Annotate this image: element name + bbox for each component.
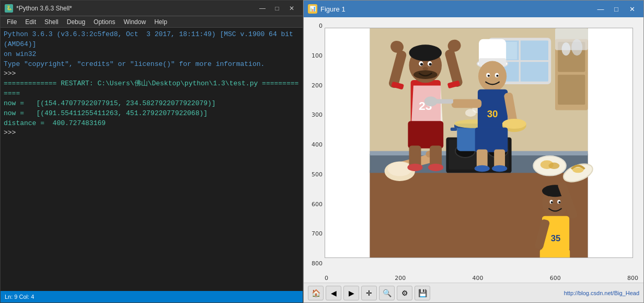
- svg-text:35: 35: [551, 233, 561, 243]
- svg-point-74: [475, 165, 490, 172]
- svg-rect-88: [540, 249, 570, 257]
- toolbar-url: http://blog.csdn.net/Big_Head: [564, 290, 639, 296]
- console-line-3: Type "copyright", "credits" or "license(…: [4, 60, 300, 70]
- y-label-300: 300: [312, 111, 323, 118]
- shell-status-bar: Ln: 9 Col: 4: [1, 291, 303, 302]
- zoom-button[interactable]: 🔍: [379, 286, 395, 300]
- y-label-800: 800: [312, 260, 323, 267]
- svg-rect-50: [408, 121, 443, 148]
- svg-point-32: [548, 163, 559, 170]
- shell-title: *Python 3.6.3 Shell*: [16, 5, 72, 12]
- python-shell-window: 🐍 *Python 3.6.3 Shell* — □ ✕ File Edit S…: [0, 0, 303, 303]
- svg-rect-19: [451, 128, 457, 131]
- figure-title: Figure 1: [320, 5, 346, 13]
- console-now-2: now = [(491.55411255411263, 451.27922077…: [4, 109, 300, 119]
- svg-point-67: [424, 96, 438, 106]
- status-text: Ln: 9 Col: 4: [5, 294, 34, 300]
- forward-button[interactable]: ▶: [343, 286, 359, 300]
- svg-rect-12: [558, 75, 585, 105]
- settings-button[interactable]: ⚙: [397, 286, 412, 300]
- y-label-500: 500: [312, 171, 323, 178]
- console-prompt-2: >>>: [4, 128, 300, 138]
- toolbar-buttons: 🏠 ◀ ▶ ✛ 🔍 ⚙ 💾: [308, 286, 430, 300]
- svg-point-42: [423, 67, 428, 70]
- pan-button[interactable]: ✛: [361, 286, 377, 300]
- x-label-200: 200: [395, 275, 406, 282]
- y-label-200: 200: [312, 82, 323, 89]
- menu-edit[interactable]: Edit: [21, 17, 40, 27]
- title-bar-left: 🐍 *Python 3.6.3 Shell*: [5, 4, 72, 13]
- x-axis: 0 200 400 600 800: [325, 274, 638, 283]
- console-prompt-1: >>>: [4, 69, 300, 79]
- figure-window: 📊 Figure 1 — □ ✕ 0 100 200 300 400 500 6…: [303, 0, 644, 303]
- svg-point-61: [488, 75, 490, 77]
- svg-point-81: [558, 201, 560, 204]
- svg-point-80: [551, 201, 553, 204]
- svg-point-40: [420, 63, 423, 65]
- x-label-0: 0: [325, 275, 328, 282]
- figure-icon: 📊: [308, 4, 317, 14]
- python-icon: 🐍: [5, 4, 13, 13]
- svg-point-62: [496, 75, 498, 77]
- figure-toolbar: 🏠 ◀ ▶ ✛ 🔍 ⚙ 💾 http://blog.csdn.net/Big_H…: [304, 283, 643, 302]
- menu-debug[interactable]: Debug: [63, 17, 89, 27]
- maximize-button[interactable]: □: [270, 3, 284, 14]
- svg-point-70: [502, 119, 526, 129]
- shell-menu-bar: File Edit Shell Debug Options Window Hel…: [1, 16, 303, 28]
- x-label-800: 800: [627, 275, 638, 282]
- figure-content: 0 100 200 300 400 500 600 700 800: [304, 17, 643, 283]
- svg-point-75: [492, 165, 507, 172]
- figure-title-bar: 📊 Figure 1 — □ ✕: [304, 1, 643, 17]
- console-now-1: now = [(154.47077922077915, 234.58279220…: [4, 99, 300, 109]
- back-button[interactable]: ◀: [326, 286, 341, 300]
- home-button[interactable]: 🏠: [308, 286, 324, 300]
- y-axis: 0 100 200 300 400 500 600 700 800: [304, 17, 325, 283]
- svg-point-95: [571, 39, 582, 55]
- svg-point-43: [413, 70, 438, 79]
- fig-controls: — □ ✕: [593, 3, 639, 15]
- svg-point-58: [478, 61, 507, 92]
- menu-file[interactable]: File: [3, 17, 21, 27]
- svg-point-54: [428, 164, 443, 172]
- svg-rect-93: [555, 28, 588, 50]
- svg-point-86: [572, 167, 583, 173]
- title-bar-controls: — □ ✕: [256, 3, 298, 14]
- y-label-700: 700: [312, 230, 323, 237]
- save-button[interactable]: 💾: [415, 286, 430, 300]
- y-label-600: 600: [312, 201, 323, 208]
- y-label-0: 0: [319, 23, 323, 29]
- svg-text:30: 30: [487, 108, 498, 119]
- svg-point-94: [562, 42, 571, 55]
- fig-title-left: 📊 Figure 1: [308, 4, 346, 14]
- menu-options[interactable]: Options: [89, 17, 119, 27]
- minimize-button[interactable]: —: [256, 3, 269, 14]
- console-restart: ============= RESTART: C:\Users\佛山\Deskt…: [4, 79, 300, 99]
- x-label-400: 400: [473, 275, 484, 282]
- menu-shell[interactable]: Shell: [40, 17, 63, 27]
- menu-window[interactable]: Window: [119, 17, 150, 27]
- svg-point-41: [429, 63, 432, 65]
- menu-help[interactable]: Help: [150, 17, 171, 27]
- console-line-2: on win32: [4, 50, 300, 60]
- svg-point-37: [409, 44, 442, 61]
- plot-area[interactable]: 23: [325, 28, 633, 258]
- shell-title-bar: 🐍 *Python 3.6.3 Shell* — □ ✕: [1, 1, 303, 16]
- fig-maximize-button[interactable]: □: [609, 3, 624, 15]
- fig-close-button[interactable]: ✕: [625, 3, 639, 15]
- cartoon-image: 23: [325, 28, 632, 257]
- svg-point-53: [407, 164, 422, 172]
- x-label-600: 600: [550, 275, 561, 282]
- console-distance: distance = 400.727483169: [4, 119, 300, 129]
- close-button[interactable]: ✕: [285, 3, 298, 14]
- console-output[interactable]: Python 3.6.3 (v3.6.3:2c5fed8, Oct 3 2017…: [1, 28, 303, 291]
- y-label-100: 100: [312, 52, 323, 59]
- fig-minimize-button[interactable]: —: [593, 3, 608, 15]
- y-label-400: 400: [312, 141, 323, 148]
- svg-rect-71: [475, 128, 508, 152]
- svg-rect-65: [452, 99, 481, 108]
- console-line-1: Python 3.6.3 (v3.6.3:2c5fed8, Oct 3 2017…: [4, 30, 300, 50]
